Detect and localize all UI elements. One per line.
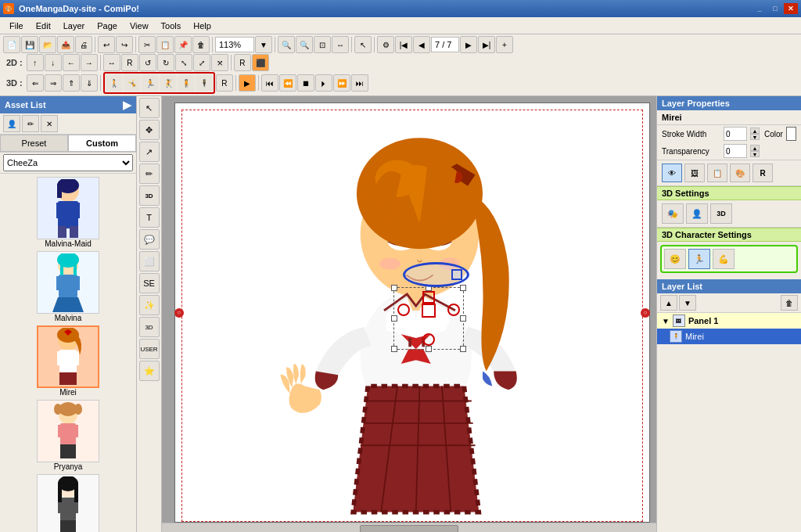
2d-left-button[interactable]: ← [63,54,80,71]
asset-delete-btn[interactable]: ✕ [41,115,58,132]
handle-br[interactable] [460,346,466,352]
tool-move[interactable]: ✥ [139,120,160,140]
2d-skew-button[interactable]: ⤧ [211,54,228,71]
panel-expand-icon[interactable]: ▼ [662,317,670,325]
3d-skip-fwd[interactable]: ⏩ [333,74,350,92]
add-page-button[interactable]: + [496,36,513,53]
3d-move-x-button[interactable]: ⇐ [27,74,44,92]
handle-tr[interactable] [460,285,466,291]
pose-btn-5[interactable]: 🧍 [178,74,195,92]
layer-move-down-btn[interactable]: ▼ [679,295,696,311]
menu-help[interactable]: Help [187,20,217,32]
preset-tab[interactable]: Preset [0,135,68,152]
tool-select[interactable]: ↖ [139,98,160,118]
view-icon-3[interactable]: 📋 [707,164,727,182]
3d-setting-btn-1[interactable]: 🎭 [662,203,684,224]
minimize-button[interactable]: _ [753,3,767,14]
layer-delete-btn[interactable]: 🗑 [781,295,798,311]
undo-button[interactable]: ↩ [98,36,115,53]
3d-keyframe-1[interactable]: ▶ [239,74,256,92]
asset-malvina-maid[interactable]: Malvina-Maid [3,177,133,248]
transp-up-btn[interactable]: ▲ [750,145,760,151]
2d-transform-button[interactable]: ⤢ [193,54,210,71]
h-scroll-thumb[interactable] [360,525,458,533]
layer-mirei[interactable]: 🧍 Mirei [657,329,801,344]
3d-play-back[interactable]: ⏪ [279,74,296,92]
zoom-out-button[interactable]: 🔍 [296,36,313,53]
zoom-dropdown[interactable]: ▼ [255,36,272,53]
last-page-button[interactable]: ▶| [478,36,495,53]
2d-btn-extra[interactable]: R [234,54,251,71]
canvas-right-handle[interactable]: ○ [641,308,650,318]
tool-bg[interactable]: 3D [139,317,160,337]
2d-right-button[interactable]: → [81,54,98,71]
menu-edit[interactable]: Edit [30,20,57,32]
maximize-button[interactable]: □ [768,3,782,14]
canvas-left-handle[interactable]: ○ [174,308,184,318]
tool-speech-bubble[interactable]: 💬 [139,229,160,250]
tool-prop[interactable]: USER [139,339,160,359]
view-icon-4[interactable]: 🎨 [730,164,750,182]
view-icon-2[interactable]: 🖼 [684,164,705,182]
2d-flip-v-button[interactable]: R [121,54,138,71]
tool-3d[interactable]: 3D [139,185,160,206]
3d-skip-end[interactable]: ⏭ [351,74,368,92]
pose-btn-1[interactable]: 🚶 [106,74,123,92]
pose-btn-3[interactable]: 🏃 [142,74,159,92]
asset-add-btn[interactable]: 👤 [3,115,20,132]
paste-button[interactable]: 📌 [174,36,192,53]
open-button[interactable]: 📂 [39,36,56,53]
handle-tl[interactable] [391,285,397,291]
menu-page[interactable]: Page [91,20,124,32]
first-page-button[interactable]: |◀ [395,36,412,53]
new-button[interactable]: 📄 [3,36,20,53]
menu-view[interactable]: View [124,20,155,32]
next-page-button[interactable]: ▶ [460,36,477,53]
export-button[interactable]: 📤 [57,36,74,53]
transp-down-btn[interactable]: ▼ [750,151,760,157]
page-number-input[interactable] [431,37,459,52]
asset-list-arrow[interactable]: ▶ [123,99,131,111]
transparency-input[interactable] [724,144,747,158]
asset-pryanya[interactable]: Pryanya [3,400,133,471]
3d-setting-btn-3[interactable]: 3D [710,203,732,224]
page-settings-button[interactable]: ⚙ [377,36,394,53]
tool-pen[interactable]: ✏ [139,164,160,184]
2d-flip-h-button[interactable]: ↔ [103,54,120,71]
fit-button[interactable]: ⊡ [314,36,331,53]
2d-scale-button[interactable]: ⤡ [175,54,192,71]
2d-keyframe-button[interactable]: ⬛ [252,54,269,71]
3d-char-btn-3[interactable]: 💪 [713,249,735,269]
3d-skip-back[interactable]: ⏮ [261,74,278,92]
3d-move-z-button[interactable]: ⇑ [63,74,80,92]
3d-char-btn-1[interactable]: 😊 [664,249,686,269]
stroke-down-btn[interactable]: ▼ [750,134,760,140]
view-icon-r[interactable]: R [753,164,773,182]
fit-width-button[interactable]: ↔ [332,36,349,53]
tool-effect[interactable]: ✨ [139,295,160,315]
3d-move-y-button[interactable]: ⇒ [45,74,62,92]
handle-rc[interactable] [460,315,466,322]
stroke-width-input[interactable] [724,127,747,141]
2d-rotate-left-button[interactable]: ↺ [139,54,156,71]
3d-move-button[interactable]: ⇓ [81,74,98,92]
3d-char-btn-2[interactable]: 🏃 [688,249,710,269]
tool-frame[interactable]: ⬜ [139,251,160,271]
cut-button[interactable]: ✂ [138,36,156,53]
print-button[interactable]: 🖨 [75,36,92,53]
prev-page-button[interactable]: ◀ [413,36,430,53]
menu-layer[interactable]: Layer [57,20,92,32]
blue-square-handle[interactable] [451,269,462,280]
handle-lc[interactable] [391,315,397,322]
2d-rotate-right-button[interactable]: ↻ [157,54,174,71]
tool-text[interactable]: T [139,207,160,228]
delete-button[interactable]: 🗑 [192,36,210,53]
custom-tab[interactable]: Custom [68,135,136,152]
3d-stop[interactable]: ⏹ [297,74,314,92]
redo-button[interactable]: ↪ [116,36,133,53]
cursor-button[interactable]: ↖ [354,36,372,53]
canvas-area[interactable]: ○ ○ [162,96,656,532]
stroke-up-btn[interactable]: ▲ [750,128,760,134]
window-controls[interactable]: _ □ ✕ [753,3,798,14]
pose-btn-4[interactable]: 🤾 [160,74,177,92]
